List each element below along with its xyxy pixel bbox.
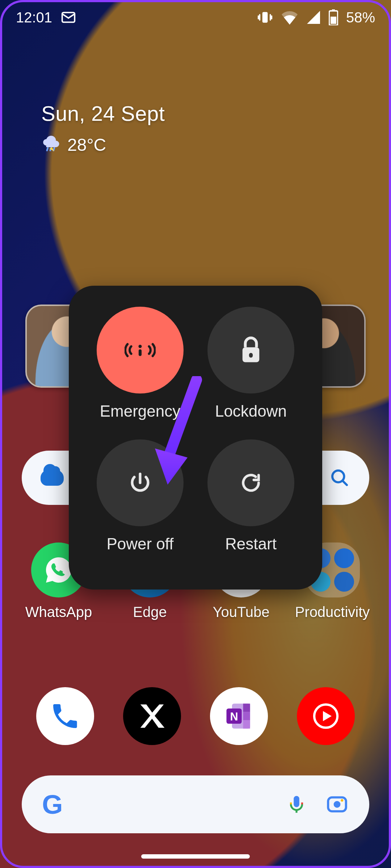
search-icon [329,467,350,489]
app-label: WhatsApp [25,604,92,620]
power-menu-label: Restart [225,535,277,553]
google-search-bar[interactable]: G [22,775,369,833]
power-menu-lockdown[interactable]: Lockdown [196,307,306,439]
power-menu-restart[interactable]: Restart [196,439,306,572]
gesture-nav-bar[interactable] [141,854,250,859]
lens-icon[interactable] [325,792,349,816]
svg-rect-23 [249,353,253,358]
svg-rect-10 [290,803,292,804]
battery-icon [329,9,338,25]
svg-point-20 [138,345,142,348]
battery-percent: 58% [346,9,375,26]
svg-point-13 [334,801,341,808]
weather-icon [41,134,61,155]
date-text: Sun, 24 Sept [41,101,165,125]
app-label: Productivity [295,604,370,620]
dock-onenote[interactable]: N [210,687,268,745]
restart-icon [207,439,294,526]
status-bar: 12:01 58% [0,0,391,35]
dock-x[interactable] [123,687,181,745]
app-label: Edge [133,604,167,620]
power-menu-emergency[interactable]: Emergency [85,307,196,439]
outlook-notification-icon [60,9,77,26]
svg-rect-11 [301,803,303,804]
svg-point-14 [341,799,343,801]
power-icon [97,439,184,526]
status-time: 12:01 [16,9,52,26]
svg-line-1 [342,481,347,485]
dock-phone[interactable] [36,687,94,745]
power-menu: Emergency Lockdown Power off Restart [69,286,322,590]
svg-rect-16 [262,12,268,22]
dock-ytmusic[interactable] [297,687,355,745]
power-menu-power-off[interactable]: Power off [85,439,196,572]
svg-rect-21 [139,349,142,356]
svg-text:N: N [230,710,238,723]
mic-icon[interactable] [285,793,308,816]
svg-rect-4 [243,704,250,712]
power-menu-label: Emergency [100,402,181,420]
onedrive-icon [41,470,64,486]
signal-icon [306,10,321,25]
temperature-text: 28°C [67,135,106,155]
power-menu-label: Power off [106,535,173,553]
svg-rect-18 [332,9,335,11]
date-weather-widget[interactable]: Sun, 24 Sept 28°C [41,101,165,155]
svg-rect-19 [331,17,336,24]
google-logo-icon: G [42,789,63,820]
vibrate-icon [257,9,273,25]
app-label: YouTube [213,604,269,620]
dock: N [22,687,369,745]
svg-rect-5 [243,712,250,720]
wifi-icon [281,10,298,25]
emergency-icon [97,307,184,393]
power-menu-label: Lockdown [215,402,287,420]
lock-icon [207,307,294,393]
svg-rect-6 [243,720,250,729]
